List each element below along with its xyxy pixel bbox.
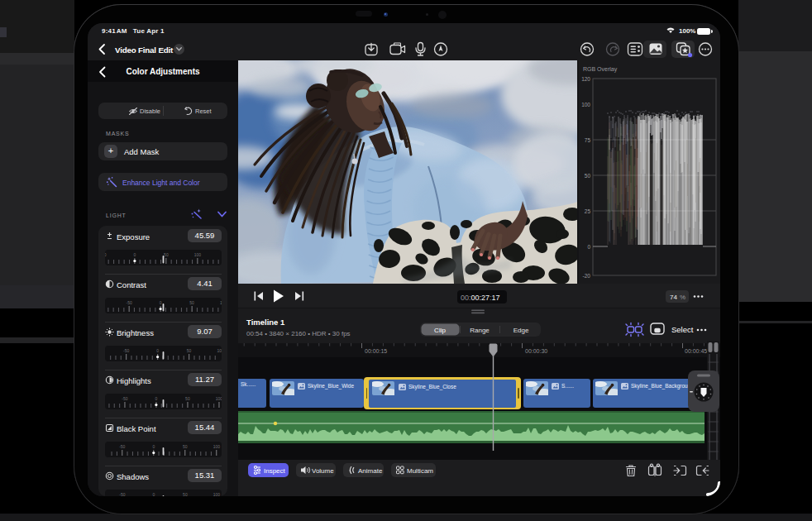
svg-text:Range: Range (470, 327, 490, 334)
svg-text:0: 0 (155, 396, 158, 401)
svg-text:Inspect: Inspect (264, 467, 286, 475)
svg-text:Select: Select (671, 325, 694, 334)
svg-text:0: 0 (160, 300, 162, 305)
svg-text:100: 100 (213, 492, 221, 496)
svg-text:50: 50 (183, 444, 188, 449)
svg-text:00:54 • 3840 × 2160 • HDR • 30: 00:54 • 3840 × 2160 • HDR • 30 fps (246, 330, 351, 337)
svg-text:75: 75 (585, 137, 591, 143)
svg-text:Volume: Volume (312, 467, 334, 475)
svg-text:Edge: Edge (513, 327, 529, 334)
svg-text:50: 50 (189, 300, 194, 305)
svg-text:100: 100 (216, 396, 222, 401)
svg-text:Clip: Clip (434, 327, 446, 334)
svg-text:50: 50 (187, 348, 192, 353)
svg-text:-50: -50 (105, 252, 107, 257)
svg-text:100: 100 (220, 300, 222, 305)
svg-text:-50: -50 (126, 300, 131, 305)
svg-text:0: 0 (587, 244, 590, 250)
svg-text:-50: -50 (119, 492, 125, 496)
svg-text:100: 100 (217, 348, 222, 353)
svg-text:Multicam: Multicam (407, 467, 433, 475)
svg-text:-20: -20 (583, 273, 591, 279)
svg-text:100: 100 (194, 252, 202, 257)
svg-text:0: 0 (156, 348, 159, 353)
svg-text:0: 0 (152, 444, 155, 449)
svg-text:50: 50 (185, 396, 190, 401)
svg-text:50: 50 (585, 173, 591, 179)
svg-text:00:00:27:17: 00:00:27:17 (461, 294, 500, 302)
svg-text:120: 120 (581, 76, 590, 82)
svg-text:50: 50 (164, 252, 169, 257)
svg-text:%: % (680, 294, 685, 301)
svg-text:-50: -50 (122, 396, 127, 401)
svg-text:0: 0 (153, 492, 155, 496)
svg-text:Animate: Animate (358, 467, 383, 475)
svg-text:0: 0 (134, 252, 136, 257)
svg-text:-50: -50 (123, 348, 129, 353)
svg-text:74: 74 (670, 294, 677, 301)
svg-text:50: 50 (183, 492, 188, 496)
svg-text:100: 100 (213, 444, 221, 449)
svg-text:100: 100 (581, 102, 590, 108)
svg-text:-50: -50 (119, 444, 125, 449)
svg-text:25: 25 (585, 208, 591, 214)
svg-text:Timeline 1: Timeline 1 (246, 318, 285, 327)
svg-text:RGB Overlay: RGB Overlay (583, 66, 618, 73)
